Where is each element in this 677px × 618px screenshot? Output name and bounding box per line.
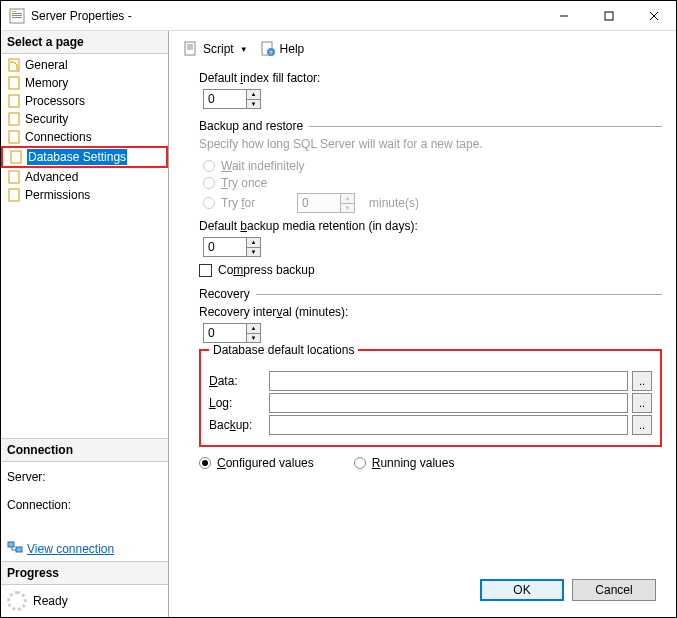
backup-hint: Specify how long SQL Server will wait fo… — [199, 137, 662, 151]
progress-status: Ready — [33, 594, 68, 608]
view-connection-link[interactable]: View connection — [7, 540, 114, 557]
fill-factor-input[interactable]: ▲▼ — [203, 89, 261, 109]
titlebar: Server Properties - — [1, 1, 676, 31]
connection-icon — [7, 540, 23, 557]
window-title: Server Properties - — [31, 9, 541, 23]
recovery-input[interactable]: ▲▼ — [203, 323, 261, 343]
minimize-button[interactable] — [541, 1, 586, 30]
running-values-radio[interactable]: Running values — [354, 456, 455, 470]
page-icon — [7, 188, 23, 202]
svg-rect-14 — [11, 151, 21, 163]
svg-rect-11 — [9, 95, 19, 107]
select-page-header: Select a page — [1, 31, 168, 54]
help-button[interactable]: ? Help — [256, 39, 309, 59]
log-browse-button[interactable]: .. — [632, 393, 652, 413]
data-browse-button[interactable]: .. — [632, 371, 652, 391]
dialog-footer: OK Cancel — [179, 571, 666, 609]
sidebar-item-database-settings[interactable]: Database Settings — [1, 146, 168, 168]
sidebar: Select a page General Memory Processors … — [1, 31, 169, 617]
progress-spinner-icon — [7, 591, 27, 611]
spin-down-icon[interactable]: ▼ — [247, 100, 260, 109]
page-list: General Memory Processors Security Conne… — [1, 54, 168, 206]
sidebar-item-security[interactable]: Security — [1, 110, 168, 128]
svg-rect-3 — [12, 15, 22, 16]
app-icon — [9, 8, 25, 24]
svg-rect-1 — [12, 11, 16, 12]
sidebar-item-connections[interactable]: Connections — [1, 128, 168, 146]
svg-rect-17 — [8, 542, 14, 547]
svg-rect-15 — [9, 171, 19, 183]
script-icon — [183, 41, 199, 57]
script-button[interactable]: Script ▼ — [179, 39, 252, 59]
svg-rect-12 — [9, 113, 19, 125]
backup-browse-button[interactable]: .. — [632, 415, 652, 435]
log-label: Log: — [209, 396, 265, 410]
data-path-input[interactable] — [269, 371, 628, 391]
compress-backup-checkbox[interactable]: Compress backup — [199, 263, 662, 277]
svg-rect-4 — [12, 17, 22, 18]
checkbox-icon — [199, 264, 212, 277]
configured-values-radio[interactable]: Configured values — [199, 456, 314, 470]
sidebar-item-processors[interactable]: Processors — [1, 92, 168, 110]
svg-rect-16 — [9, 189, 19, 201]
main-panel: Script ▼ ? Help Default index fill facto… — [169, 31, 676, 617]
sidebar-item-memory[interactable]: Memory — [1, 74, 168, 92]
fill-factor-label: Default index fill factor: — [199, 71, 662, 85]
try-for-input: ▲▼ — [297, 193, 355, 213]
sidebar-item-permissions[interactable]: Permissions — [1, 186, 168, 204]
svg-rect-18 — [16, 547, 22, 552]
page-icon — [7, 94, 23, 108]
default-locations-group: Database default locations Data: .. Log:… — [199, 349, 662, 447]
sidebar-item-advanced[interactable]: Advanced — [1, 168, 168, 186]
svg-rect-6 — [605, 12, 613, 20]
toolbar: Script ▼ ? Help — [179, 37, 666, 65]
connection-header: Connection — [1, 439, 168, 462]
cancel-button[interactable]: Cancel — [572, 579, 656, 601]
page-icon — [7, 170, 23, 184]
connection-label: Connection: — [7, 498, 162, 512]
sidebar-item-general[interactable]: General — [1, 56, 168, 74]
log-path-input[interactable] — [269, 393, 628, 413]
try-once-radio: Try once — [203, 176, 662, 190]
server-properties-window: Server Properties - Select a page Genera… — [0, 0, 677, 618]
try-for-radio: Try for ▲▼ minute(s) — [203, 193, 662, 213]
progress-header: Progress — [1, 562, 168, 585]
spin-up-icon[interactable]: ▲ — [247, 90, 260, 100]
data-label: Data: — [209, 374, 265, 388]
recovery-label: Recovery interval (minutes): — [199, 305, 662, 319]
close-button[interactable] — [631, 1, 676, 30]
page-icon — [7, 112, 23, 126]
backup-restore-group: Backup and restore — [199, 119, 303, 133]
backup-path-input[interactable] — [269, 415, 628, 435]
svg-rect-2 — [12, 13, 22, 14]
recovery-group: Recovery — [199, 287, 250, 301]
ok-button[interactable]: OK — [480, 579, 564, 601]
svg-rect-10 — [9, 77, 19, 89]
chevron-down-icon: ▼ — [240, 45, 248, 54]
retention-input[interactable]: ▲▼ — [203, 237, 261, 257]
help-icon: ? — [260, 41, 276, 57]
page-icon — [7, 58, 23, 72]
page-icon — [9, 150, 25, 164]
page-icon — [7, 130, 23, 144]
page-icon — [7, 76, 23, 90]
backup-label: Backup: — [209, 418, 265, 432]
server-label: Server: — [7, 470, 162, 484]
maximize-button[interactable] — [586, 1, 631, 30]
retention-label: Default backup media retention (in days)… — [199, 219, 662, 233]
svg-rect-13 — [9, 131, 19, 143]
wait-indefinitely-radio: Wait indefinitely — [203, 159, 662, 173]
